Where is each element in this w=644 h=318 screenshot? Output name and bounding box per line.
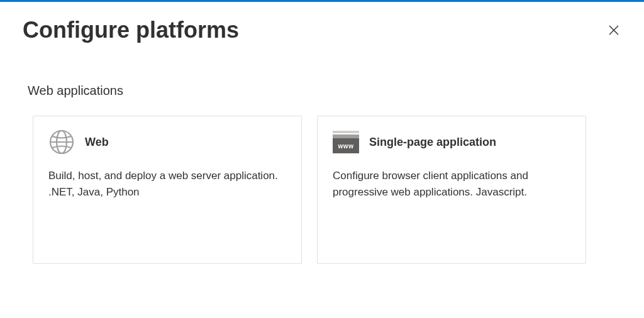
main-container: Configure platforms Web applications (0, 2, 644, 279)
card-spa-description: Configure browser client applications an… (333, 168, 570, 200)
cards-row: Web Build, host, and deploy a web server… (23, 116, 621, 264)
card-web[interactable]: Web Build, host, and deploy a web server… (33, 116, 302, 264)
header: Configure platforms (23, 17, 621, 43)
card-spa-header: www Single-page application (333, 129, 570, 155)
section-title: Web applications (23, 84, 621, 98)
globe-icon (48, 129, 75, 155)
card-spa-title: Single-page application (369, 136, 496, 149)
close-icon (608, 24, 620, 36)
card-spa[interactable]: www Single-page application Configure br… (317, 116, 586, 264)
spa-icon: www (333, 129, 359, 155)
page-title: Configure platforms (23, 17, 239, 43)
card-web-header: Web (48, 129, 286, 155)
card-web-description: Build, host, and deploy a web server app… (48, 168, 286, 200)
close-button[interactable] (606, 23, 621, 38)
spa-icon-text: www (338, 143, 354, 150)
card-web-title: Web (85, 136, 109, 149)
